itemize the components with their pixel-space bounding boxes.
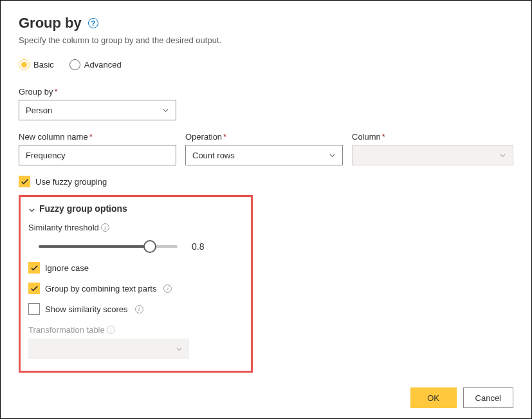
new-column-label-text: New column name bbox=[19, 132, 88, 142]
group-by-label-text: Group by bbox=[19, 87, 53, 97]
operation-label-text: Operation bbox=[185, 132, 222, 142]
similarity-slider[interactable] bbox=[39, 240, 178, 253]
similarity-value: 0.8 bbox=[192, 241, 204, 252]
info-icon[interactable]: i bbox=[107, 326, 115, 334]
use-fuzzy-row: Use fuzzy grouping bbox=[19, 176, 513, 187]
required-mark: * bbox=[89, 132, 93, 142]
chevron-down-icon bbox=[28, 205, 35, 212]
transformation-table-label: Transformation table i bbox=[28, 325, 243, 335]
radio-advanced-label: Advanced bbox=[84, 60, 122, 70]
column-label: Column* bbox=[352, 132, 513, 142]
radio-advanced[interactable]: Advanced bbox=[69, 59, 122, 70]
new-column-label: New column name* bbox=[19, 132, 176, 142]
help-icon[interactable]: ? bbox=[88, 18, 98, 28]
info-icon[interactable]: i bbox=[163, 284, 172, 293]
combine-text-parts-checkbox[interactable] bbox=[28, 283, 40, 294]
ignore-case-label: Ignore case bbox=[45, 263, 89, 273]
chevron-down-icon bbox=[499, 152, 506, 159]
radio-button-icon bbox=[69, 59, 80, 70]
dialog-header: Group by ? bbox=[19, 15, 513, 32]
dialog-subtitle: Specify the column to group by and the d… bbox=[19, 35, 513, 45]
radio-basic[interactable]: Basic bbox=[19, 59, 54, 70]
column-field: Column* bbox=[352, 132, 513, 165]
radio-basic-label: Basic bbox=[33, 60, 54, 70]
combine-text-parts-label: Group by combining text parts bbox=[45, 284, 156, 293]
required-mark: * bbox=[54, 87, 57, 97]
required-mark: * bbox=[382, 132, 385, 142]
cancel-button[interactable]: Cancel bbox=[463, 387, 513, 408]
operation-label: Operation* bbox=[185, 132, 343, 142]
use-fuzzy-label: Use fuzzy grouping bbox=[35, 177, 107, 187]
show-similarity-label: Show similarity scores bbox=[45, 304, 128, 314]
group-by-label: Group by* bbox=[19, 87, 176, 97]
ok-button[interactable]: OK bbox=[410, 387, 457, 408]
info-icon[interactable]: i bbox=[135, 305, 143, 313]
similarity-threshold-text: Similarity threshold bbox=[28, 223, 99, 232]
radio-button-icon bbox=[19, 59, 30, 70]
dialog-footer: OK Cancel bbox=[410, 387, 513, 408]
group-by-select[interactable]: Person bbox=[19, 100, 176, 120]
slider-thumb[interactable] bbox=[143, 240, 156, 253]
use-fuzzy-checkbox[interactable] bbox=[19, 176, 30, 187]
combine-text-parts-row: Group by combining text parts i bbox=[28, 283, 243, 294]
chevron-down-icon bbox=[329, 152, 336, 159]
aggregation-row: New column name* Frequency Operation* Co… bbox=[19, 132, 513, 165]
operation-field: Operation* Count rows bbox=[185, 132, 343, 165]
similarity-slider-row: 0.8 bbox=[28, 240, 243, 253]
transformation-table-select[interactable] bbox=[28, 339, 189, 359]
fuzzy-options-expander[interactable]: Fuzzy group options bbox=[28, 203, 243, 214]
info-icon[interactable]: i bbox=[101, 223, 109, 232]
ok-button-label: OK bbox=[427, 393, 439, 403]
cancel-button-label: Cancel bbox=[475, 393, 501, 403]
mode-radio-group: Basic Advanced bbox=[19, 59, 513, 70]
similarity-threshold-label: Similarity threshold i bbox=[28, 223, 243, 232]
column-select bbox=[352, 145, 513, 165]
chevron-down-icon bbox=[162, 107, 169, 114]
dialog-title: Group by bbox=[19, 15, 82, 32]
group-by-dialog: Group by ? Specify the column to group b… bbox=[0, 0, 532, 419]
slider-fill bbox=[39, 245, 150, 248]
show-similarity-checkbox[interactable] bbox=[28, 303, 40, 315]
new-column-input-value: Frequency bbox=[26, 151, 65, 160]
ignore-case-row: Ignore case bbox=[28, 262, 243, 274]
new-column-field: New column name* Frequency bbox=[19, 132, 176, 165]
chevron-down-icon bbox=[176, 346, 183, 353]
column-label-text: Column bbox=[352, 132, 381, 142]
group-by-field: Group by* Person bbox=[19, 87, 176, 120]
transformation-table-text: Transformation table bbox=[28, 325, 105, 335]
show-similarity-row: Show similarity scores i bbox=[28, 303, 243, 315]
ignore-case-checkbox[interactable] bbox=[28, 262, 40, 274]
required-mark: * bbox=[223, 132, 226, 142]
fuzzy-options-header-text: Fuzzy group options bbox=[39, 203, 127, 214]
group-by-select-value: Person bbox=[26, 106, 52, 115]
fuzzy-options-section: Fuzzy group options Similarity threshold… bbox=[19, 195, 253, 373]
operation-select[interactable]: Count rows bbox=[185, 145, 343, 165]
new-column-input[interactable]: Frequency bbox=[19, 145, 176, 165]
operation-select-value: Count rows bbox=[192, 151, 235, 160]
